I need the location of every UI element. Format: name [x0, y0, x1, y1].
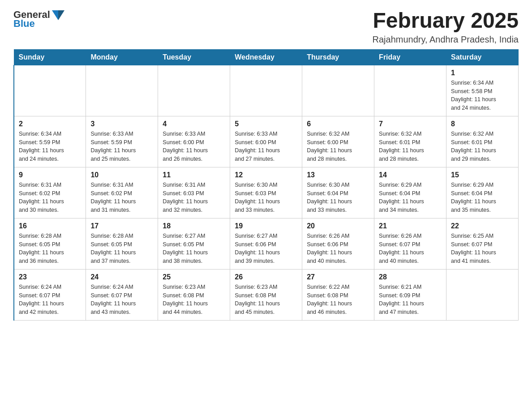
calendar-cell: 12Sunrise: 6:30 AM Sunset: 6:03 PM Dayli… [230, 167, 302, 218]
day-header-wednesday: Wednesday [230, 49, 302, 65]
day-info: Sunrise: 6:26 AM Sunset: 6:07 PM Dayligh… [379, 232, 442, 265]
day-number: 17 [90, 222, 153, 230]
calendar-cell: 9Sunrise: 6:31 AM Sunset: 6:02 PM Daylig… [14, 167, 86, 218]
calendar-cell: 10Sunrise: 6:31 AM Sunset: 6:02 PM Dayli… [86, 167, 158, 218]
logo-arrow-icon [52, 10, 64, 20]
day-header-thursday: Thursday [302, 49, 374, 65]
day-number: 5 [235, 120, 297, 128]
day-info: Sunrise: 6:30 AM Sunset: 6:03 PM Dayligh… [235, 181, 297, 214]
day-number: 28 [379, 273, 442, 281]
day-number: 9 [19, 171, 81, 179]
calendar-cell: 20Sunrise: 6:26 AM Sunset: 6:06 PM Dayli… [302, 218, 374, 269]
day-number: 23 [19, 273, 81, 281]
calendar-cell: 21Sunrise: 6:26 AM Sunset: 6:07 PM Dayli… [374, 218, 446, 269]
day-number: 15 [451, 171, 514, 179]
day-info: Sunrise: 6:21 AM Sunset: 6:09 PM Dayligh… [379, 283, 442, 317]
day-number: 10 [90, 171, 153, 179]
day-number: 1 [451, 69, 514, 77]
calendar-cell: 4Sunrise: 6:33 AM Sunset: 6:00 PM Daylig… [158, 116, 230, 167]
title-section: February 2025 Rajahmundry, Andhra Prades… [373, 9, 519, 45]
day-info: Sunrise: 6:29 AM Sunset: 6:04 PM Dayligh… [451, 181, 514, 214]
day-info: Sunrise: 6:24 AM Sunset: 6:07 PM Dayligh… [90, 283, 153, 317]
day-info: Sunrise: 6:22 AM Sunset: 6:08 PM Dayligh… [307, 283, 369, 317]
calendar-cell: 17Sunrise: 6:28 AM Sunset: 6:05 PM Dayli… [86, 218, 158, 269]
day-number: 7 [379, 120, 442, 128]
day-info: Sunrise: 6:23 AM Sunset: 6:08 PM Dayligh… [163, 283, 225, 317]
calendar-cell [14, 65, 86, 116]
calendar-cell: 15Sunrise: 6:29 AM Sunset: 6:04 PM Dayli… [446, 167, 519, 218]
day-number: 4 [163, 120, 225, 128]
calendar-cell: 1Sunrise: 6:34 AM Sunset: 5:58 PM Daylig… [446, 65, 519, 116]
day-info: Sunrise: 6:34 AM Sunset: 5:59 PM Dayligh… [19, 130, 81, 163]
day-info: Sunrise: 6:26 AM Sunset: 6:06 PM Dayligh… [307, 232, 369, 265]
day-info: Sunrise: 6:27 AM Sunset: 6:06 PM Dayligh… [235, 232, 297, 265]
calendar-table: SundayMondayTuesdayWednesdayThursdayFrid… [13, 49, 519, 321]
calendar-cell: 18Sunrise: 6:27 AM Sunset: 6:05 PM Dayli… [158, 218, 230, 269]
day-number: 27 [307, 273, 369, 281]
day-info: Sunrise: 6:31 AM Sunset: 6:02 PM Dayligh… [19, 181, 81, 214]
calendar-cell [302, 65, 374, 116]
day-number: 8 [451, 120, 514, 128]
calendar-cell: 6Sunrise: 6:32 AM Sunset: 6:00 PM Daylig… [302, 116, 374, 167]
day-number: 25 [163, 273, 225, 281]
day-info: Sunrise: 6:29 AM Sunset: 6:04 PM Dayligh… [379, 181, 442, 214]
calendar-cell [230, 65, 302, 116]
month-title: February 2025 [373, 9, 519, 33]
day-number: 24 [90, 273, 153, 281]
week-row-1: 1Sunrise: 6:34 AM Sunset: 5:58 PM Daylig… [14, 65, 519, 116]
day-info: Sunrise: 6:28 AM Sunset: 6:05 PM Dayligh… [19, 232, 81, 265]
calendar-cell: 22Sunrise: 6:25 AM Sunset: 6:07 PM Dayli… [446, 218, 519, 269]
day-info: Sunrise: 6:32 AM Sunset: 6:01 PM Dayligh… [451, 130, 514, 163]
calendar-cell: 8Sunrise: 6:32 AM Sunset: 6:01 PM Daylig… [446, 116, 519, 167]
day-info: Sunrise: 6:31 AM Sunset: 6:03 PM Dayligh… [163, 181, 225, 214]
svg-marker-0 [52, 10, 58, 20]
day-header-monday: Monday [86, 49, 158, 65]
day-header-saturday: Saturday [446, 49, 519, 65]
day-info: Sunrise: 6:34 AM Sunset: 5:58 PM Dayligh… [451, 79, 514, 112]
day-number: 22 [451, 222, 514, 230]
calendar-cell: 3Sunrise: 6:33 AM Sunset: 5:59 PM Daylig… [86, 116, 158, 167]
day-number: 16 [19, 222, 81, 230]
calendar-cell: 14Sunrise: 6:29 AM Sunset: 6:04 PM Dayli… [374, 167, 446, 218]
day-number: 14 [379, 171, 442, 179]
day-number: 20 [307, 222, 369, 230]
calendar-cell [158, 65, 230, 116]
calendar-cell: 16Sunrise: 6:28 AM Sunset: 6:05 PM Dayli… [14, 218, 86, 269]
week-row-3: 9Sunrise: 6:31 AM Sunset: 6:02 PM Daylig… [14, 167, 519, 218]
day-number: 6 [307, 120, 369, 128]
calendar-cell: 5Sunrise: 6:33 AM Sunset: 6:00 PM Daylig… [230, 116, 302, 167]
calendar-cell: 19Sunrise: 6:27 AM Sunset: 6:06 PM Dayli… [230, 218, 302, 269]
calendar-cell: 26Sunrise: 6:23 AM Sunset: 6:08 PM Dayli… [230, 269, 302, 320]
calendar-cell: 25Sunrise: 6:23 AM Sunset: 6:08 PM Dayli… [158, 269, 230, 320]
day-info: Sunrise: 6:24 AM Sunset: 6:07 PM Dayligh… [19, 283, 81, 317]
calendar-cell: 23Sunrise: 6:24 AM Sunset: 6:07 PM Dayli… [14, 269, 86, 320]
week-row-2: 2Sunrise: 6:34 AM Sunset: 5:59 PM Daylig… [14, 116, 519, 167]
day-number: 2 [19, 120, 81, 128]
day-info: Sunrise: 6:25 AM Sunset: 6:07 PM Dayligh… [451, 232, 514, 265]
day-info: Sunrise: 6:28 AM Sunset: 6:05 PM Dayligh… [90, 232, 153, 265]
day-header-friday: Friday [374, 49, 446, 65]
day-number: 26 [235, 273, 297, 281]
calendar-cell: 13Sunrise: 6:30 AM Sunset: 6:04 PM Dayli… [302, 167, 374, 218]
day-info: Sunrise: 6:23 AM Sunset: 6:08 PM Dayligh… [235, 283, 297, 317]
day-info: Sunrise: 6:27 AM Sunset: 6:05 PM Dayligh… [163, 232, 225, 265]
svg-marker-1 [58, 10, 64, 20]
day-info: Sunrise: 6:30 AM Sunset: 6:04 PM Dayligh… [307, 181, 369, 214]
page-header: General Blue February 2025 Rajahmundry, … [13, 9, 519, 45]
day-info: Sunrise: 6:33 AM Sunset: 6:00 PM Dayligh… [235, 130, 297, 163]
day-header-sunday: Sunday [14, 49, 86, 65]
calendar-cell: 28Sunrise: 6:21 AM Sunset: 6:09 PM Dayli… [374, 269, 446, 320]
day-number: 18 [163, 222, 225, 230]
day-number: 3 [90, 120, 153, 128]
week-row-4: 16Sunrise: 6:28 AM Sunset: 6:05 PM Dayli… [14, 218, 519, 269]
day-info: Sunrise: 6:32 AM Sunset: 6:01 PM Dayligh… [379, 130, 442, 163]
calendar-cell: 2Sunrise: 6:34 AM Sunset: 5:59 PM Daylig… [14, 116, 86, 167]
day-number: 11 [163, 171, 225, 179]
location-text: Rajahmundry, Andhra Pradesh, India [373, 34, 519, 45]
day-number: 13 [307, 171, 369, 179]
day-header-tuesday: Tuesday [158, 49, 230, 65]
calendar-cell [86, 65, 158, 116]
calendar-cell: 24Sunrise: 6:24 AM Sunset: 6:07 PM Dayli… [86, 269, 158, 320]
day-info: Sunrise: 6:33 AM Sunset: 6:00 PM Dayligh… [163, 130, 225, 163]
day-info: Sunrise: 6:32 AM Sunset: 6:00 PM Dayligh… [307, 130, 369, 163]
